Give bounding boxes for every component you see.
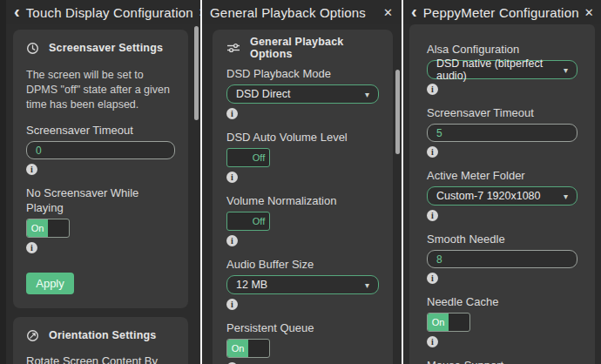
field-label: DSD Auto Volume Level [226,130,379,145]
field-label: DSD Playback Mode [226,66,379,81]
toggle-knob [227,149,248,166]
field-control: On [26,219,175,238]
panel-header: ‹ PeppyMeter Configuration ✕ [403,0,601,24]
info-icon[interactable]: i [226,108,238,119]
field-label: No Screensaver While Playing [26,185,175,215]
chevron-down-icon: ▾ [564,65,568,75]
field-control: DSD Direct▾ [226,84,379,104]
field-screensaver-timeout: Screensaver Timeouti [26,123,175,175]
info-icon[interactable]: i [427,336,438,347]
close-icon[interactable]: ✕ [378,6,393,19]
settings-card: General Playback OptionsDSD Playback Mod… [213,30,393,364]
select-value: Custom-7 1920x1080 [436,190,541,202]
field-persistent-queue: Persistent QueueOni [226,320,379,364]
field-smooth-needle: Smooth Needlei [427,232,577,284]
field-label: Rotate Screen Content By [26,354,175,364]
field-control [427,250,577,268]
volume-normalization-toggle[interactable]: Off [226,212,270,231]
field-screensaver-timeout: Screensaver Timeouti [427,105,577,158]
settings-card: Alsa ConfigurationDSD native (bitperfect… [409,24,595,364]
needle-cache-toggle[interactable]: On [427,313,470,332]
panel-general-playback: General Playback Options ✕ General Playb… [202,0,402,364]
field-needle-cache: Needle CacheOni [427,294,577,347]
apply-button[interactable]: Apply [26,273,74,294]
back-icon[interactable]: ‹ [411,3,417,20]
field-label: Active Meter Folder [427,168,577,183]
info-icon[interactable]: i [427,273,438,284]
no-screensaver-while-playing-toggle[interactable]: On [26,219,70,238]
screenshot-canvas: ‹ Touch Display Configuration ✕ Screensa… [0,0,601,364]
info-icon[interactable]: i [26,242,37,253]
chevron-down-icon: ▾ [564,192,568,201]
description-text: The screen will be set to DPMS "off" sta… [26,68,175,112]
field-control [427,124,577,142]
toggle-knob: On [27,219,48,237]
toggle-label [48,219,69,237]
field-rotate-screen-content-by: Rotate Screen Content By0°▾i [26,354,175,364]
panel-body: Alsa ConfigurationDSD native (bitperfect… [403,24,601,364]
card-header: Orientation Settings [26,327,175,343]
dsd-playback-mode-select[interactable]: DSD Direct▾ [226,84,379,104]
persistent-queue-toggle[interactable]: On [226,339,270,358]
field-control: Off [226,212,379,231]
sliders-icon [226,42,240,54]
info-icon[interactable]: i [226,299,238,310]
close-icon[interactable]: ✕ [193,6,200,19]
field-label: Alsa Configuration [427,42,577,57]
field-label: Screensaver Timeout [26,123,175,138]
field-label: Screensaver Timeout [427,105,577,120]
field-control: 12 MB▾ [226,275,379,294]
page-title: General Playback Options [210,5,366,20]
screensaver-timeout-input[interactable] [26,141,175,159]
settings-card: Screensaver SettingsThe screen will be s… [13,30,188,308]
back-icon[interactable]: ‹ [14,3,20,20]
field-control: DSD native (bitperfect audio)▾ [427,60,577,79]
screensaver-timeout-input[interactable] [427,124,577,142]
info-icon[interactable]: i [427,84,438,95]
settings-card: Orientation SettingsRotate Screen Conten… [13,317,188,364]
active-meter-folder-select[interactable]: Custom-7 1920x1080▾ [427,186,577,206]
card-header: General Playback Options [226,40,379,56]
audio-buffer-size-select[interactable]: 12 MB▾ [226,275,379,294]
field-dsd-auto-volume-level: DSD Auto Volume LevelOffi [226,130,379,183]
info-icon[interactable]: i [427,210,438,221]
toggle-label: Off [248,149,269,166]
field-control [26,141,175,159]
panel-body: Screensaver SettingsThe screen will be s… [6,30,200,364]
field-label: Volume Normalization [226,193,379,208]
panel-body: General Playback OptionsDSD Playback Mod… [202,30,402,364]
info-icon[interactable]: i [226,235,238,246]
field-control: On [427,313,577,332]
select-value: DSD native (bitperfect audio) [436,57,564,82]
chevron-down-icon: ▾ [365,280,369,290]
panel-touch-display: ‹ Touch Display Configuration ✕ Screensa… [0,0,200,364]
info-icon[interactable]: i [226,172,238,183]
select-value: DSD Direct [236,88,291,100]
field-volume-normalization: Volume NormalizationOffi [226,193,379,246]
panel-header: ‹ Touch Display Configuration ✕ [6,0,200,24]
alsa-configuration-select[interactable]: DSD native (bitperfect audio)▾ [427,60,577,79]
field-control: Custom-7 1920x1080▾ [427,186,577,206]
toggle-knob [227,212,248,230]
scrollbar-thumb[interactable] [194,26,199,120]
dsd-auto-volume-level-toggle[interactable]: Off [226,148,270,167]
field-alsa-configuration: Alsa ConfigurationDSD native (bitperfect… [427,42,577,95]
info-icon[interactable]: i [427,146,438,158]
field-dsd-playback-mode: DSD Playback ModeDSD Direct▾i [226,66,379,119]
field-label: Audio Buffer Size [226,257,379,272]
field-label: Smooth Needle [427,232,577,246]
scrollbar-thumb[interactable] [395,70,400,154]
select-value: 12 MB [236,279,267,291]
toggle-label [449,313,469,331]
card-title: Screensaver Settings [49,42,163,54]
info-icon[interactable]: i [26,164,37,175]
field-label: Persistent Queue [226,320,379,335]
close-icon[interactable]: ✕ [579,6,594,19]
field-active-meter-folder: Active Meter FolderCustom-7 1920x1080▾i [427,168,577,221]
smooth-needle-input[interactable] [427,250,577,268]
toggle-label [248,340,269,357]
toggle-knob: On [227,340,248,357]
field-no-screensaver-while-playing: No Screensaver While PlayingOni [26,185,175,253]
field-audio-buffer-size: Audio Buffer Size12 MB▾i [226,257,379,310]
field-control: On [226,339,379,358]
